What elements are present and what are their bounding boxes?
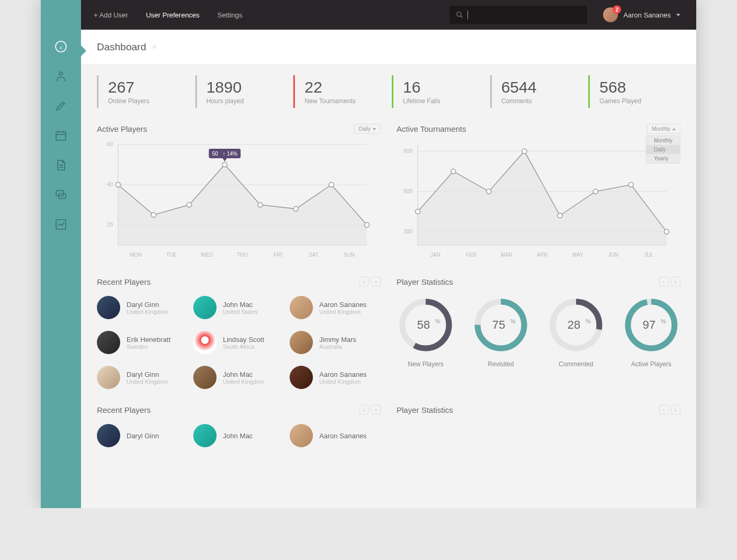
- svg-rect-6: [56, 132, 66, 140]
- svg-text:APR: APR: [537, 252, 548, 258]
- player-item[interactable]: John Mac United States: [193, 296, 284, 319]
- player-item[interactable]: Daryl Ginn United Kingdom: [97, 296, 188, 319]
- chevron-down-icon: [676, 14, 680, 16]
- player-item[interactable]: Jimmy Mars Australia: [290, 331, 381, 354]
- recent-players-panel-2: Recent Players ‹› Daryl Ginn John Mac Aa…: [97, 405, 381, 447]
- svg-text:900: 900: [403, 148, 412, 154]
- svg-text:JAN: JAN: [430, 252, 441, 258]
- svg-point-49: [416, 209, 420, 214]
- recent-players-panel: Recent Players ‹ › Daryl Ginn United Kin…: [97, 277, 381, 389]
- period-dropdown-menu[interactable]: MonthlyDailyYearly: [646, 136, 680, 164]
- avatar: [290, 296, 313, 319]
- svg-text:%: %: [661, 318, 666, 324]
- notification-badge: 2: [613, 5, 621, 14]
- period-dropdown[interactable]: Monthly: [647, 124, 680, 134]
- pager-next-button[interactable]: ›: [371, 277, 381, 286]
- player-item[interactable]: John Mac United Kingdom: [193, 366, 284, 389]
- svg-point-56: [664, 229, 669, 234]
- pager-prev-button[interactable]: ‹: [359, 405, 369, 414]
- svg-point-28: [365, 223, 370, 228]
- player-item[interactable]: Daryl Ginn: [97, 424, 188, 447]
- pager-prev-button[interactable]: ‹: [659, 405, 669, 414]
- stat-label: Comments: [501, 97, 573, 105]
- stat-card: 22 New Tournaments: [293, 75, 385, 108]
- donut-label: New Players: [397, 360, 455, 368]
- player-item[interactable]: Aaron Sananes United Kingdom: [290, 366, 381, 389]
- svg-text:MAY: MAY: [572, 252, 583, 258]
- stat-value: 16: [403, 78, 474, 96]
- chevron-up-icon: [672, 128, 676, 130]
- pager-prev-button[interactable]: ‹: [359, 277, 369, 286]
- svg-point-23: [187, 203, 192, 207]
- player-item[interactable]: Lindsay Scott South Africa: [193, 331, 284, 354]
- sidebar-calendar-icon[interactable]: [55, 129, 67, 142]
- svg-text:SAT: SAT: [309, 252, 319, 258]
- svg-text:TUE: TUE: [166, 252, 177, 258]
- donut-stat: 28 % Commented: [547, 296, 605, 368]
- pager-next-button[interactable]: ›: [371, 405, 381, 414]
- donut-label: Commented: [547, 360, 605, 368]
- player-item[interactable]: Erik Henebratt Sweden: [97, 331, 188, 354]
- player-name: Daryl Ginn: [127, 371, 168, 378]
- nav-add-user[interactable]: + Add User: [94, 11, 128, 19]
- svg-point-52: [522, 149, 527, 153]
- section-title: Recent Players: [97, 277, 151, 286]
- svg-text:%: %: [435, 318, 441, 324]
- stat-value: 568: [599, 78, 671, 96]
- player-name: Erik Henebratt: [127, 336, 170, 344]
- sidebar-document-icon[interactable]: [55, 159, 67, 171]
- sidebar-active-pointer: [81, 46, 86, 56]
- search-caret: [468, 11, 468, 19]
- svg-point-25: [258, 203, 263, 207]
- top-bar: + Add User User Preferences Settings 2 A…: [41, 0, 696, 30]
- sidebar-info-icon[interactable]: [55, 40, 67, 53]
- donut-label: Revisited: [472, 360, 530, 368]
- stat-value: 22: [304, 78, 376, 96]
- player-location: Australia: [319, 344, 356, 350]
- avatar: 2: [603, 7, 618, 22]
- svg-text:↑: ↑: [222, 151, 225, 157]
- player-item[interactable]: Daryl Ginn United Kingdom: [97, 366, 188, 389]
- stat-card: 6544 Comments: [490, 75, 582, 108]
- player-name: Daryl Ginn: [127, 432, 159, 440]
- dropdown-option[interactable]: Monthly: [646, 136, 680, 145]
- active-players-panel: Active Players Daily 50 ↑ 14% 204060 MON…: [97, 124, 381, 261]
- sidebar-chat-icon[interactable]: [55, 188, 67, 201]
- dropdown-option[interactable]: Daily: [646, 145, 680, 154]
- gear-icon[interactable]: [151, 44, 158, 50]
- search-input[interactable]: [450, 6, 587, 24]
- avatar: [193, 424, 217, 447]
- avatar: [97, 331, 120, 354]
- nav-user-preferences[interactable]: User Preferences: [146, 11, 200, 19]
- donut-label: Active Players: [622, 360, 680, 368]
- sidebar-chart-icon[interactable]: [55, 218, 67, 231]
- svg-point-55: [628, 183, 633, 187]
- svg-point-54: [593, 189, 598, 194]
- stat-card: 16 Lifetime Fails: [392, 75, 484, 108]
- stat-label: Hours played: [206, 97, 278, 105]
- player-item[interactable]: Aaron Sananes: [290, 424, 381, 447]
- stat-label: Games Played: [599, 97, 671, 105]
- pager-prev-button[interactable]: ‹: [659, 277, 669, 286]
- player-item[interactable]: John Mac: [193, 424, 284, 447]
- svg-text:14%: 14%: [227, 151, 237, 157]
- user-menu[interactable]: 2 Aaron Sananes: [603, 7, 680, 22]
- pager-next-button[interactable]: ›: [671, 405, 680, 414]
- stat-card: 267 Online Players: [97, 75, 189, 108]
- player-name: Aaron Sananes: [319, 301, 367, 309]
- stat-label: New Tournaments: [304, 97, 376, 105]
- player-item[interactable]: Aaron Sananes United Kingdom: [290, 296, 381, 319]
- period-dropdown[interactable]: Daily: [354, 124, 381, 134]
- nav-settings[interactable]: Settings: [218, 11, 242, 19]
- svg-point-26: [293, 206, 298, 211]
- player-location: South Africa: [223, 344, 264, 350]
- svg-text:28: 28: [568, 318, 580, 331]
- sidebar-user-icon[interactable]: [55, 70, 67, 83]
- svg-point-50: [451, 169, 456, 174]
- sidebar-edit-icon[interactable]: [55, 100, 67, 112]
- dropdown-option[interactable]: Yearly: [646, 154, 680, 163]
- player-name: John Mac: [223, 301, 258, 309]
- svg-point-21: [116, 183, 121, 187]
- pager-next-button[interactable]: ›: [671, 277, 680, 286]
- pager: ‹ ›: [659, 277, 680, 286]
